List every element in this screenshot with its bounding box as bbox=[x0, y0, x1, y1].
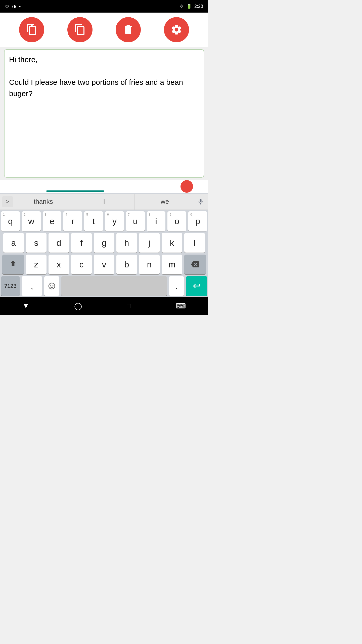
key-u[interactable]: 7u bbox=[126, 211, 145, 231]
text-area-wrapper[interactable]: Hi there, Could I please have two portio… bbox=[4, 49, 204, 178]
back-nav-button[interactable]: ▼ bbox=[22, 302, 29, 310]
svg-rect-0 bbox=[31, 25, 33, 27]
airplane-icon: ✈ bbox=[180, 4, 184, 9]
key-c[interactable]: c bbox=[71, 255, 92, 274]
suggestion-thanks[interactable]: thanks bbox=[13, 194, 74, 210]
keyboard-nav-button[interactable]: ⌨ bbox=[176, 302, 186, 310]
gear-icon bbox=[170, 24, 183, 36]
key-row-1: 1q 2w 3e 4r 5t 6y 7u 8i 9o 0p bbox=[1, 211, 207, 231]
key-row-2: a s d f g h j k l bbox=[1, 233, 207, 253]
suggestions-words: thanks I we bbox=[13, 194, 195, 210]
key-g[interactable]: g bbox=[94, 233, 114, 253]
keyboard: > thanks I we 1q 2w 3e 4r 5t 6y bbox=[0, 193, 208, 297]
clipboard-icon bbox=[26, 24, 38, 36]
sdcard-status-icon: ▪ bbox=[19, 4, 21, 9]
key-l[interactable]: l bbox=[184, 233, 205, 253]
emoji-icon bbox=[48, 282, 56, 290]
key-k[interactable]: k bbox=[162, 233, 182, 253]
toolbar bbox=[0, 13, 208, 47]
status-right: ✈ 🔋 2:28 bbox=[180, 4, 203, 9]
enter-icon bbox=[192, 282, 201, 290]
key-row-3: — z x c v b n m bbox=[1, 255, 207, 274]
key-z[interactable]: z bbox=[26, 255, 47, 274]
key-j[interactable]: j bbox=[139, 233, 160, 253]
key-o[interactable]: 9o bbox=[167, 211, 186, 231]
copy-button[interactable] bbox=[67, 17, 93, 42]
key-rows: 1q 2w 3e 4r 5t 6y 7u 8i 9o 0p a s d f g … bbox=[0, 210, 208, 297]
home-nav-button[interactable]: ◯ bbox=[74, 302, 82, 310]
suggestion-expand-button[interactable]: > bbox=[2, 196, 13, 207]
suggestions-row: > thanks I we bbox=[0, 194, 208, 210]
key-b[interactable]: b bbox=[116, 255, 137, 274]
key-q[interactable]: 1q bbox=[1, 211, 20, 231]
suggestion-i[interactable]: I bbox=[74, 194, 135, 210]
key-y[interactable]: 6y bbox=[105, 211, 124, 231]
battery-icon: 🔋 bbox=[186, 4, 192, 9]
text-content[interactable]: Hi there, Could I please have two portio… bbox=[9, 54, 199, 99]
key-t[interactable]: 5t bbox=[84, 211, 103, 231]
backspace-key[interactable] bbox=[184, 255, 206, 274]
mic-button[interactable] bbox=[195, 196, 206, 207]
circle-status-icon: ◑ bbox=[12, 4, 16, 9]
key-i[interactable]: 8i bbox=[147, 211, 166, 231]
key-f[interactable]: f bbox=[71, 233, 92, 253]
key-v[interactable]: v bbox=[94, 255, 114, 274]
suggestion-bar-line bbox=[46, 190, 104, 192]
key-s[interactable]: s bbox=[26, 233, 47, 253]
comma-key[interactable]: , bbox=[22, 276, 42, 296]
settings-button[interactable] bbox=[164, 17, 189, 42]
key-row-4: ?123 , space . bbox=[1, 276, 207, 296]
shift-key[interactable]: — bbox=[2, 255, 24, 274]
key-w[interactable]: 2w bbox=[22, 211, 41, 231]
suggestion-area bbox=[0, 180, 208, 193]
mic-icon bbox=[197, 198, 204, 205]
nav-bar: ▼ ◯ □ ⌨ bbox=[0, 297, 208, 315]
enter-key[interactable] bbox=[186, 276, 207, 296]
suggestion-we[interactable]: we bbox=[134, 194, 195, 210]
recents-nav-button[interactable]: □ bbox=[127, 302, 131, 310]
key-r[interactable]: 4r bbox=[63, 211, 82, 231]
key-p[interactable]: 0p bbox=[188, 211, 207, 231]
suggestion-bar-dot bbox=[180, 180, 193, 193]
symbols-key[interactable]: ?123 bbox=[1, 276, 20, 296]
key-e[interactable]: 3e bbox=[43, 211, 62, 231]
clipboard-button[interactable] bbox=[19, 17, 44, 42]
time-display: 2:28 bbox=[194, 4, 203, 9]
key-m[interactable]: m bbox=[162, 255, 182, 274]
period-key[interactable]: . bbox=[169, 276, 184, 296]
key-a[interactable]: a bbox=[3, 233, 24, 253]
key-n[interactable]: n bbox=[139, 255, 160, 274]
backspace-icon bbox=[191, 260, 199, 268]
key-d[interactable]: d bbox=[49, 233, 69, 253]
emoji-key[interactable] bbox=[44, 276, 59, 296]
status-icons-left: ⚙ ◑ ▪ bbox=[5, 4, 21, 9]
trash-icon bbox=[122, 24, 134, 36]
copy-icon bbox=[74, 24, 86, 36]
key-x[interactable]: x bbox=[49, 255, 69, 274]
space-key[interactable]: space bbox=[61, 276, 167, 296]
shift-icon bbox=[9, 259, 17, 267]
status-bar: ⚙ ◑ ▪ ✈ 🔋 2:28 bbox=[0, 0, 208, 13]
settings-status-icon: ⚙ bbox=[5, 4, 9, 9]
delete-button[interactable] bbox=[116, 17, 141, 42]
key-h[interactable]: h bbox=[116, 233, 137, 253]
